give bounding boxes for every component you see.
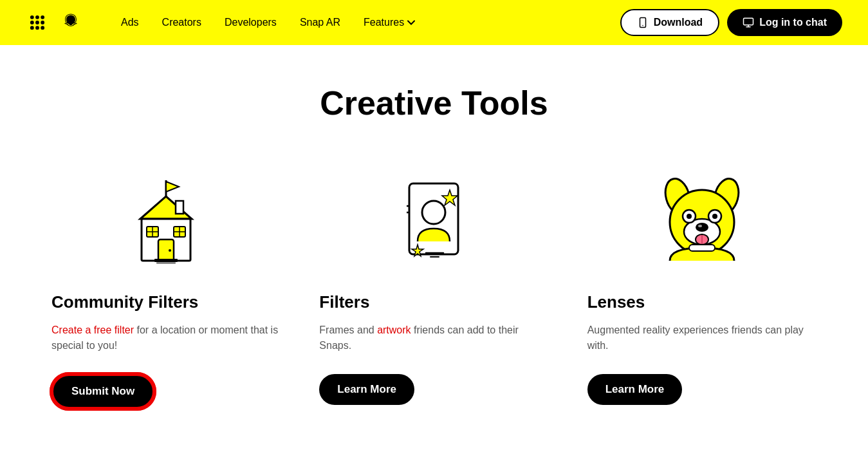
phone-icon <box>637 17 649 28</box>
svg-marker-13 <box>166 182 179 192</box>
lenses-learn-more-button[interactable]: Learn More <box>587 374 683 405</box>
nav-snapar[interactable]: Snap AR <box>300 17 340 28</box>
page-title: Creative Tools <box>51 84 817 122</box>
card-lenses: Lenses Augmented reality experiences fri… <box>587 161 817 405</box>
svg-point-46 <box>712 214 717 219</box>
submit-now-button[interactable]: Submit Now <box>51 374 154 409</box>
svg-point-2 <box>41 16 44 19</box>
svg-point-7 <box>36 26 39 29</box>
snapchat-logo[interactable] <box>59 11 82 34</box>
cards-grid: Community Filters Create a free filter f… <box>51 161 817 409</box>
nav-features[interactable]: Features <box>364 17 416 28</box>
filters-learn-more-button[interactable]: Learn More <box>319 374 414 405</box>
svg-point-8 <box>41 26 44 29</box>
svg-point-1 <box>36 16 39 19</box>
svg-point-18 <box>169 249 171 252</box>
card-filters-desc: Frames and artwork friends can add to th… <box>319 323 548 353</box>
nav-creators[interactable]: Creators <box>162 17 201 28</box>
header-left <box>26 11 82 34</box>
svg-rect-49 <box>689 245 715 251</box>
chevron-down-icon <box>407 18 416 27</box>
svg-point-41 <box>696 223 708 232</box>
svg-rect-26 <box>156 262 176 264</box>
svg-point-3 <box>31 21 33 24</box>
main-nav: Ads Creators Developers Snap AR Features <box>121 17 416 28</box>
svg-rect-17 <box>158 239 174 261</box>
download-button[interactable]: Download <box>620 9 719 36</box>
svg-point-42 <box>698 225 702 227</box>
header-actions: Download Log in to chat <box>620 9 842 36</box>
svg-point-6 <box>31 26 33 29</box>
card-community-filters: Community Filters Create a free filter f… <box>51 161 281 409</box>
svg-point-4 <box>36 21 39 24</box>
svg-point-0 <box>31 16 33 19</box>
card-filters: Filters Frames and artwork friends can a… <box>319 161 548 405</box>
svg-rect-11 <box>744 18 753 25</box>
main-content: Creative Tools <box>0 45 868 450</box>
card-lenses-title: Lenses <box>587 292 645 312</box>
site-header: Ads Creators Developers Snap AR Features… <box>0 0 868 45</box>
nav-ads[interactable]: Ads <box>121 17 139 28</box>
community-filters-icon <box>51 161 281 277</box>
svg-rect-25 <box>154 259 178 262</box>
lenses-icon <box>587 161 817 277</box>
monitor-icon <box>743 17 754 28</box>
svg-point-31 <box>422 201 445 224</box>
nav-developers[interactable]: Developers <box>225 17 277 28</box>
svg-point-10 <box>642 25 643 26</box>
card-filters-title: Filters <box>319 292 369 312</box>
svg-point-5 <box>41 21 44 24</box>
card-lenses-desc: Augmented reality experiences friends ca… <box>587 323 817 353</box>
svg-point-45 <box>687 214 692 219</box>
grid-icon[interactable] <box>26 11 49 34</box>
filters-icon <box>319 161 548 277</box>
card-community-filters-title: Community Filters <box>51 292 198 312</box>
svg-rect-15 <box>176 201 183 214</box>
login-button[interactable]: Log in to chat <box>727 9 842 36</box>
card-community-filters-desc: Create a free filter for a location or m… <box>51 323 281 353</box>
